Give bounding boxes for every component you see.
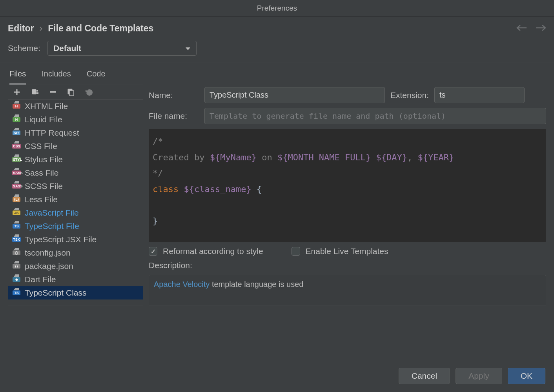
- list-item[interactable]: APIHTTP Request: [8, 126, 143, 140]
- svg-rect-3: [69, 91, 74, 96]
- list-item[interactable]: JSJavaScript File: [8, 206, 143, 220]
- extension-label: Extension:: [390, 91, 429, 100]
- chevron-down-icon: [185, 44, 191, 53]
- list-item-label: Sass File: [25, 168, 58, 178]
- name-input[interactable]: [204, 87, 385, 103]
- template-list-panel: HXHTML FileHLiquid FileAPIHTTP RequestCS…: [8, 85, 143, 305]
- list-item-label: Less File: [25, 195, 58, 204]
- list-item-label: JavaScript File: [25, 208, 79, 218]
- list-item-label: TypeScript File: [25, 221, 79, 231]
- list-item[interactable]: {}tsconfig.json: [8, 246, 143, 260]
- checkbox-row: Reformat according to style Enable Live …: [149, 247, 546, 256]
- checkbox-checked-icon: [149, 247, 157, 256]
- file-type-icon: H: [12, 116, 21, 123]
- description-label: Description:: [149, 261, 546, 270]
- list-item[interactable]: {L}Less File: [8, 193, 143, 206]
- nav-forward-icon[interactable]: [535, 23, 546, 34]
- extension-input[interactable]: [434, 87, 525, 103]
- list-item-label: package.json: [25, 261, 73, 271]
- file-type-icon: SASS: [12, 183, 21, 190]
- file-type-icon: CSS: [12, 143, 21, 150]
- list-item[interactable]: SASSSass File: [8, 166, 143, 180]
- filename-label: File name:: [149, 111, 199, 121]
- apache-velocity-link[interactable]: Apache Velocity: [154, 280, 210, 289]
- list-item[interactable]: CSSCSS File: [8, 140, 143, 153]
- add-icon[interactable]: [13, 88, 21, 96]
- breadcrumb-editor[interactable]: Editor: [8, 23, 34, 34]
- breadcrumb-templates: File and Code Templates: [48, 23, 153, 34]
- file-type-icon: TS: [12, 223, 21, 230]
- scheme-dropdown[interactable]: Default: [47, 41, 197, 56]
- scheme-row: Scheme: Default: [0, 38, 554, 62]
- live-templates-checkbox[interactable]: Enable Live Templates: [292, 247, 388, 256]
- live-templates-label: Enable Live Templates: [306, 247, 388, 256]
- list-item-label: Dart File: [25, 275, 56, 284]
- apply-button[interactable]: Apply: [456, 368, 502, 384]
- file-type-icon: {}: [12, 263, 21, 270]
- list-item-label: tsconfig.json: [25, 248, 71, 258]
- list-item[interactable]: HLiquid File: [8, 113, 143, 126]
- list-item-label: XHTML File: [25, 102, 68, 111]
- list-toolbar: [8, 85, 143, 100]
- reformat-label: Reformat according to style: [163, 247, 263, 256]
- list-item[interactable]: TSXTypeScript JSX File: [8, 233, 143, 246]
- copy-template-icon[interactable]: [31, 88, 39, 96]
- filename-input[interactable]: [204, 108, 546, 124]
- revert-icon[interactable]: [85, 88, 93, 96]
- remove-icon[interactable]: [49, 88, 57, 96]
- description-box: Apache Velocity template language is use…: [149, 275, 546, 305]
- list-item-label: HTTP Request: [25, 128, 79, 138]
- svg-rect-1: [50, 91, 56, 93]
- template-editor: Name: Extension: File name: /* Created b…: [149, 85, 546, 305]
- ok-button[interactable]: OK: [508, 368, 545, 384]
- list-item[interactable]: ◆Dart File: [8, 273, 143, 286]
- breadcrumb-sep: ›: [39, 23, 42, 34]
- tab-code[interactable]: Code: [87, 69, 106, 85]
- file-type-icon: H: [12, 103, 21, 110]
- list-item-label: CSS File: [25, 142, 57, 151]
- file-type-icon: SASS: [12, 169, 21, 176]
- tab-files[interactable]: Files: [9, 69, 26, 85]
- file-list: HXHTML FileHLiquid FileAPIHTTP RequestCS…: [8, 100, 143, 299]
- reformat-checkbox[interactable]: Reformat according to style: [149, 247, 263, 256]
- duplicate-icon[interactable]: [67, 88, 75, 96]
- list-item-label: SCSS File: [25, 181, 63, 191]
- svg-rect-0: [32, 89, 36, 94]
- scheme-value: Default: [53, 44, 81, 53]
- list-item[interactable]: HXHTML File: [8, 100, 143, 113]
- list-item[interactable]: TSTypeScript Class: [8, 286, 143, 299]
- template-code-editor[interactable]: /* Created by ${MyName} on ${MONTH_NAME_…: [149, 129, 546, 242]
- cancel-button[interactable]: Cancel: [399, 368, 450, 384]
- file-type-icon: STYL: [12, 156, 21, 163]
- list-item[interactable]: SASSSCSS File: [8, 180, 143, 193]
- file-type-icon: ◆: [12, 276, 21, 283]
- file-type-icon: TS: [12, 289, 21, 296]
- file-type-icon: TSX: [12, 236, 21, 243]
- list-item[interactable]: TSTypeScript File: [8, 220, 143, 233]
- list-item[interactable]: {}package.json: [8, 260, 143, 273]
- list-item-label: TypeScript JSX File: [25, 235, 97, 244]
- list-item[interactable]: STYLStylus File: [8, 153, 143, 166]
- list-item-label: Liquid File: [25, 115, 62, 124]
- checkbox-unchecked-icon: [292, 247, 300, 256]
- tabs: FilesIncludesCode: [0, 62, 554, 85]
- nav-back-icon[interactable]: [516, 23, 527, 34]
- file-type-icon: {L}: [12, 196, 21, 203]
- breadcrumb: Editor › File and Code Templates: [0, 17, 554, 38]
- file-type-icon: JS: [12, 209, 21, 216]
- file-type-icon: API: [12, 129, 21, 136]
- window-title: Preferences: [0, 0, 554, 17]
- tab-includes[interactable]: Includes: [42, 69, 71, 85]
- name-label: Name:: [149, 91, 199, 100]
- dialog-buttons: Cancel Apply OK: [399, 368, 545, 384]
- file-type-icon: {}: [12, 249, 21, 256]
- scheme-label: Scheme:: [8, 44, 40, 53]
- list-item-label: Stylus File: [25, 155, 63, 164]
- description-text: template language is used: [210, 280, 303, 289]
- list-item-label: TypeScript Class: [25, 288, 87, 298]
